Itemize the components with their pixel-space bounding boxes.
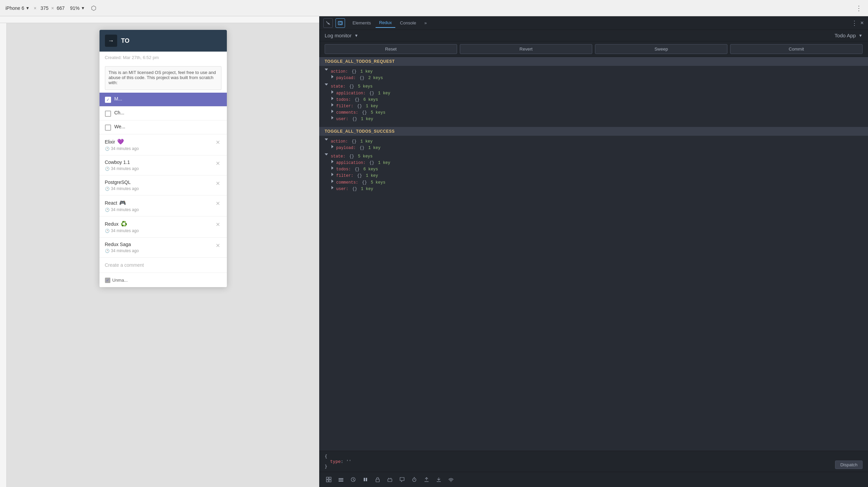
todos-count: 6 keys [363,97,378,103]
reset-button[interactable]: Reset [325,44,457,54]
bottom-icon-plugin[interactable] [384,474,395,485]
revert-button[interactable]: Revert [460,44,592,54]
zoom-dropdown-icon[interactable]: ▼ [81,6,85,11]
payload-toggle[interactable] [331,75,333,78]
commit-button[interactable]: Commit [730,44,863,54]
devtools-bottom-icons [319,472,868,487]
dispatch-button[interactable]: Dispatch [835,461,863,469]
comments-toggle-s2[interactable] [331,180,333,183]
todo-item-2[interactable]: Ch... [100,107,227,120]
todos-count-s2: 6 keys [363,166,378,173]
ruler-vertical [0,23,7,487]
state-toggle[interactable] [325,83,328,86]
dispatch-code-input[interactable]: { type: '' } [325,454,835,469]
dimension-x: × [51,5,54,11]
svg-rect-13 [366,478,367,481]
devtools-close-icon[interactable]: ✕ [860,20,864,25]
comment-title-postgresql: PostgreSQL [105,180,214,185]
bottom-icon-upload[interactable] [421,474,432,485]
bottom-icon-timer[interactable] [409,474,420,485]
delete-comment-elixir[interactable]: ✕ [214,138,221,146]
back-button[interactable]: → [105,35,117,47]
comment-content-cowboy: Cowboy 1.1 🕐 34 minutes ago [105,160,214,171]
created-label: Created: [105,55,122,60]
log-section-toggle-request: TOGGLE_ALL_TODOS_REQUEST action: {} 1 ke… [319,57,868,126]
application-key-s2: application: [336,160,365,166]
section-header-toggle-request[interactable]: TOGGLE_ALL_TODOS_REQUEST [319,57,868,66]
todo-item-3[interactable]: We... [100,120,227,134]
comment-time-cowboy: 🕐 34 minutes ago [105,166,214,171]
user-key: user: [336,116,348,123]
delete-comment-cowboy[interactable]: ✕ [214,160,221,167]
todo-checkbox-1[interactable] [105,97,111,103]
svg-rect-15 [388,479,392,482]
todos-toggle[interactable] [331,97,333,100]
action-entry-s2: action: {} 1 key [325,138,863,145]
more-options-icon[interactable]: ⋮ [855,4,863,12]
todo-item-1[interactable]: M... [100,93,227,107]
device-toggle-icon[interactable] [336,18,345,28]
clock-icon-postgresql: 🕐 [105,187,110,191]
delete-comment-postgresql[interactable]: ✕ [214,180,221,187]
todos-toggle-s2[interactable] [331,166,333,170]
filter-toggle-s2[interactable] [331,173,333,176]
clock-icon-cowboy: 🕐 [105,167,110,171]
redux-emoji: ♻️ [121,221,127,227]
section-header-toggle-success[interactable]: TOGGLE_ALL_TODOS_SUCCESS [319,127,868,136]
toolbar-more-menu[interactable]: ⋮ [855,4,863,12]
svg-rect-5 [329,480,331,482]
screen-capture-icon[interactable]: ⬡ [91,4,96,12]
todo-checkbox-3[interactable] [105,125,111,131]
filter-toggle[interactable] [331,103,333,107]
elixir-label: Elixir [105,139,115,145]
delete-comment-redux-saga[interactable]: ✕ [214,242,221,249]
dimension-separator: × [34,5,36,11]
bottom-icon-grid[interactable] [336,474,346,485]
comments-key-s2: comments: [336,180,358,186]
app-dropdown[interactable]: ▼ [858,33,863,38]
application-entry-s2: application: {} 1 key [331,160,863,166]
tab-elements[interactable]: Elements [349,18,374,27]
bottom-icon-chat[interactable] [397,474,408,485]
action-toggle[interactable] [325,69,328,71]
action-key: action: [331,69,348,75]
todos-key-s2: todos: [336,166,351,173]
devtools-more-icon[interactable]: ⋮ [851,19,857,27]
todo-checkbox-2[interactable] [105,111,111,117]
action-toggle-s2[interactable] [325,138,328,141]
clock-icon-elixir: 🕐 [105,147,110,151]
create-comment-placeholder: Create a comment [105,262,144,268]
device-selector[interactable]: iPhone 6 ▼ [5,5,30,11]
comment-title-elixir: Elixir 💜 [105,138,214,145]
user-toggle-s2[interactable] [331,186,333,189]
bottom-icon-elements[interactable] [323,474,334,485]
comments-toggle[interactable] [331,110,333,113]
bottom-icon-3[interactable] [348,474,359,485]
device-dropdown-icon[interactable]: ▼ [25,6,30,11]
application-toggle[interactable] [331,90,333,94]
bottom-icon-pause[interactable] [360,474,371,485]
bottom-icon-download[interactable] [433,474,444,485]
payload-toggle-s2[interactable] [331,145,333,148]
comment-title-redux-saga: Redux Saga [105,242,214,247]
tab-redux[interactable]: Redux [376,18,395,28]
delete-comment-react[interactable]: ✕ [214,200,221,207]
tab-console[interactable]: Console [397,18,420,27]
tab-more[interactable]: » [421,18,430,27]
user-toggle[interactable] [331,116,333,119]
unmark-button[interactable]: Unma... [105,277,128,283]
cursor-icon[interactable] [323,18,333,28]
delete-comment-redux[interactable]: ✕ [214,221,221,228]
sweep-button[interactable]: Sweep [595,44,727,54]
app-name-label: Todo App [835,33,856,38]
bottom-icon-wireless[interactable] [446,474,456,485]
comment-title-react: React 🎮 [105,200,214,206]
state-toggle-s2[interactable] [325,153,328,155]
log-monitor-dropdown[interactable]: ▼ [354,33,358,38]
create-comment-area[interactable]: Create a comment [100,258,227,273]
main-content: → TO Created: Mar 27th, 6:52 pm This is … [0,16,868,487]
application-toggle-s2[interactable] [331,160,333,163]
zoom-level[interactable]: 91% ▼ [70,5,85,11]
state-children-s2: application: {} 1 key todos: {} 6 keys [325,160,863,192]
bottom-icon-lock[interactable] [372,474,383,485]
